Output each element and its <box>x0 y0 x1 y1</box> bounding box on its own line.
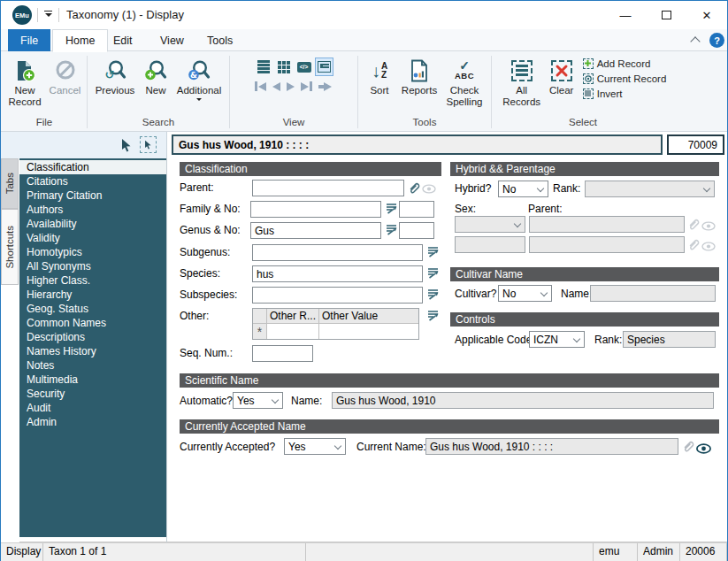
current-name-field[interactable]: Gus hus Wood, 1910 : : : : <box>425 438 678 455</box>
quick-access-caret-icon[interactable] <box>43 11 53 17</box>
sidebar-item-higher-class[interactable]: Higher Class. <box>19 273 166 288</box>
family-lookup-button[interactable] <box>384 201 399 216</box>
sidebar-item-names-history[interactable]: Names History <box>19 344 166 358</box>
current-record-button[interactable]: Current Record <box>583 72 667 85</box>
genus-lookup-button[interactable] <box>384 222 399 237</box>
subspecies-field[interactable] <box>252 287 423 304</box>
sidebar-item-availability[interactable]: Availability <box>19 217 166 231</box>
close-button[interactable]: ✕ <box>686 1 727 29</box>
family-number-field[interactable] <box>399 201 434 218</box>
parent2-field[interactable] <box>529 236 685 253</box>
emu-app-icon[interactable]: EMu <box>12 5 32 25</box>
first-record-button[interactable] <box>255 81 266 91</box>
other-lookup-button[interactable] <box>425 308 441 323</box>
attach-parent1-button[interactable] <box>686 216 701 231</box>
grid-cell-other-rank[interactable] <box>267 324 319 339</box>
sidebar-item-citations[interactable]: Citations <box>19 174 166 188</box>
sex2-field[interactable] <box>455 236 525 253</box>
sidebar-item-classification[interactable]: Classification <box>19 160 166 174</box>
code-view-button[interactable]: </> <box>295 58 312 75</box>
tab-view[interactable]: View <box>148 29 196 51</box>
hybrid-rank-dropdown[interactable] <box>585 181 715 197</box>
other-ranks-grid[interactable]: Other R... Other Value * <box>252 308 419 340</box>
sidebar-item-homotypics[interactable]: Homotypics <box>19 245 166 259</box>
reports-button[interactable]: Reports <box>397 54 441 96</box>
tab-home[interactable]: Home <box>52 29 108 52</box>
previous-record-button[interactable] <box>272 82 280 91</box>
side-tab-tabs[interactable]: Tabs <box>1 158 19 209</box>
all-records-button[interactable]: All Records <box>500 54 544 108</box>
select-pointer-button[interactable] <box>140 136 157 153</box>
controls-rank-field[interactable]: Species <box>623 331 716 348</box>
grid-view-button[interactable] <box>275 58 292 75</box>
subgenus-lookup-button[interactable] <box>425 244 441 259</box>
minimize-button[interactable]: — <box>605 1 646 29</box>
tab-tools[interactable]: Tools <box>195 29 245 51</box>
invert-selection-button[interactable]: Invert <box>583 87 667 100</box>
check-spelling-button[interactable]: ✓ ABC Check Spelling <box>441 54 487 108</box>
form-view-button[interactable] <box>316 58 333 75</box>
previous-search-button[interactable]: ↺ Previous <box>91 54 139 96</box>
attach-parent-button[interactable] <box>406 180 421 195</box>
sort-button[interactable]: ↓ AZ Sort <box>362 54 397 96</box>
attach-parent2-button[interactable] <box>686 236 701 251</box>
grid-col-other-rank[interactable]: Other R... <box>267 309 319 323</box>
automatic-dropdown[interactable]: Yes <box>233 392 283 409</box>
sidebar-item-descriptions[interactable]: Descriptions <box>19 330 166 344</box>
goto-record-button[interactable] <box>318 82 332 91</box>
view-parent1-button[interactable] <box>701 219 716 234</box>
tab-file[interactable]: File <box>8 29 50 51</box>
invert-selection-icon <box>583 88 594 99</box>
new-search-button[interactable]: New <box>139 54 172 96</box>
side-tab-shortcuts[interactable]: Shortcuts <box>1 209 19 285</box>
next-record-button[interactable] <box>287 82 295 91</box>
sidebar-item-security[interactable]: Security <box>19 387 166 401</box>
additional-search-button[interactable]: & Additional <box>172 54 226 101</box>
subspecies-lookup-button[interactable] <box>425 287 441 302</box>
parent-field[interactable] <box>252 180 404 196</box>
grid-cell-other-value[interactable] <box>319 324 418 339</box>
sidebar-item-notes[interactable]: Notes <box>19 358 166 373</box>
new-record-button[interactable]: New Record <box>4 54 46 108</box>
sidebar-item-primary-citation[interactable]: Primary Citation <box>19 188 166 203</box>
last-record-button[interactable] <box>301 81 312 91</box>
cancel-button[interactable]: Cancel <box>46 54 85 96</box>
species-lookup-button[interactable] <box>425 265 441 280</box>
collapse-ribbon-icon[interactable] <box>690 36 700 46</box>
attach-current-name-button[interactable] <box>680 438 695 453</box>
pointer-mode-button[interactable] <box>119 137 134 152</box>
list-view-button[interactable] <box>255 58 272 75</box>
genus-number-field[interactable] <box>399 222 434 239</box>
sidebar-item-multimedia[interactable]: Multimedia <box>19 373 166 387</box>
grid-col-other-value[interactable]: Other Value <box>319 309 418 323</box>
help-icon[interactable]: ? <box>709 33 724 48</box>
view-parent2-button[interactable] <box>701 239 716 254</box>
cultivar-name-field[interactable] <box>590 285 716 302</box>
applicable-code-dropdown[interactable]: ICZN <box>529 331 585 348</box>
sidebar-item-audit[interactable]: Audit <box>19 401 166 415</box>
view-current-name-button[interactable] <box>696 441 711 456</box>
sidebar-item-all-synonyms[interactable]: All Synonyms <box>19 259 166 273</box>
sidebar-item-hierarchy[interactable]: Hierarchy <box>19 288 166 302</box>
currently-accepted-dropdown[interactable]: Yes <box>284 438 346 455</box>
add-record-button[interactable]: Add Record <box>583 57 667 70</box>
maximize-button[interactable] <box>646 1 686 29</box>
main-area: Tabs Shortcuts Classification Citations … <box>1 158 727 542</box>
scientific-name-field[interactable]: Gus hus Wood, 1910 <box>332 392 714 409</box>
sidebar-item-admin[interactable]: Admin <box>19 415 166 429</box>
sidebar-item-authors[interactable]: Authors <box>19 203 166 217</box>
clear-selection-button[interactable]: Clear <box>544 54 579 96</box>
cultivar-dropdown[interactable]: No <box>498 285 552 302</box>
species-field[interactable]: hus <box>252 265 423 282</box>
genus-field[interactable]: Gus <box>250 222 381 239</box>
sidebar-item-validity[interactable]: Validity <box>19 231 166 245</box>
family-field[interactable] <box>250 201 381 218</box>
sidebar-item-common-names[interactable]: Common Names <box>19 316 166 330</box>
sidebar-item-geog-status[interactable]: Geog. Status <box>19 302 166 316</box>
subgenus-field[interactable] <box>252 244 423 261</box>
parent1-field[interactable] <box>529 216 685 233</box>
sex1-dropdown[interactable] <box>455 216 525 233</box>
hybrid-dropdown[interactable]: No <box>498 181 548 197</box>
view-parent-button[interactable] <box>421 181 436 196</box>
seq-num-field[interactable] <box>252 345 313 362</box>
